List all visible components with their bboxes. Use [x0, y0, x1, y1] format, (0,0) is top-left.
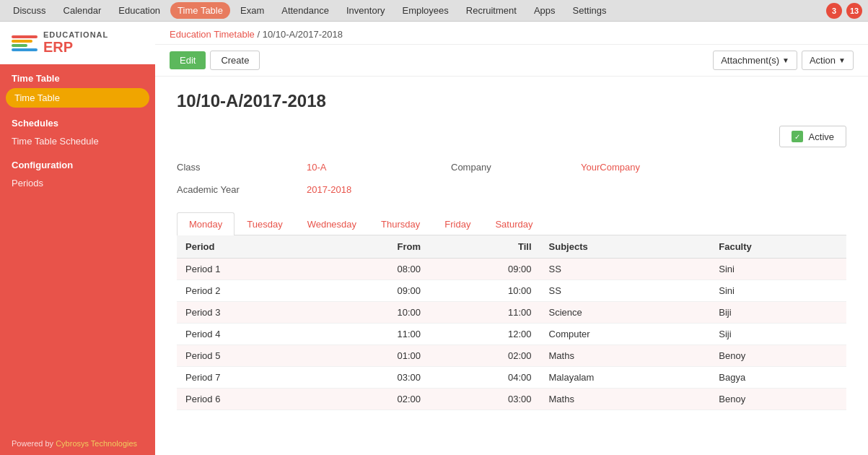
cell-till: 12:00: [429, 324, 540, 345]
table-row[interactable]: Period 2 09:00 10:00 SS Sini: [177, 280, 846, 302]
cell-faculty: Benoy: [710, 345, 846, 367]
record-form: Class 10-A Company YourCompany Academic …: [177, 159, 846, 198]
tab-friday[interactable]: Friday: [432, 212, 483, 235]
class-value[interactable]: 10-A: [307, 159, 451, 176]
breadcrumb-parent[interactable]: Education Timetable: [170, 29, 255, 40]
cell-faculty: Benoy: [710, 389, 846, 410]
page-title: 10/10-A/2017-2018: [177, 91, 846, 111]
tab-monday[interactable]: Monday: [177, 212, 234, 235]
cell-subject: Maths: [540, 389, 711, 410]
table-row[interactable]: Period 3 10:00 11:00 Science Biji: [177, 302, 846, 324]
tab-saturday[interactable]: Saturday: [483, 212, 545, 235]
nav-item-discuss[interactable]: Discuss: [6, 2, 53, 19]
cell-till: 10:00: [429, 280, 540, 302]
logo-area: EDUCATIONAL ERP: [0, 22, 155, 64]
attachments-caret: ▼: [782, 56, 789, 64]
activity-badge[interactable]: 13: [846, 3, 862, 19]
cell-subject: Computer: [540, 324, 711, 345]
sidebar-section-timetable: Time Table: [0, 64, 155, 87]
tab-wednesday[interactable]: Wednesday: [295, 212, 369, 235]
cell-till: 02:00: [429, 345, 540, 367]
cell-period: Period 7: [177, 367, 319, 389]
tab-tuesday[interactable]: Tuesday: [234, 212, 294, 235]
nav-right: 3 13: [826, 3, 862, 19]
cell-period: Period 5: [177, 345, 319, 367]
class-label: Class: [177, 159, 307, 176]
cell-period: Period 2: [177, 280, 319, 302]
cell-faculty: Bagya: [710, 367, 846, 389]
nav-item-exam[interactable]: Exam: [233, 2, 271, 19]
cell-from: 03:00: [319, 367, 429, 389]
cell-subject: Malayalam: [540, 367, 711, 389]
sidebar-footer: Powered by Cybrosys Technologies: [0, 432, 155, 455]
nav-item-apps[interactable]: Apps: [527, 2, 563, 19]
nav-item-calendar[interactable]: Calendar: [56, 2, 109, 19]
table-row[interactable]: Period 1 08:00 09:00 SS Sini: [177, 259, 846, 280]
company-label: Company: [451, 159, 581, 176]
action-button[interactable]: Action ▼: [802, 51, 854, 70]
cell-faculty: Sini: [710, 280, 846, 302]
logo-text: EDUCATIONAL ERP: [43, 30, 108, 56]
cell-from: 08:00: [319, 259, 429, 280]
active-badge[interactable]: ✓ Active: [779, 126, 846, 147]
sidebar-item-timetable-schedule[interactable]: Time Table Schedule: [0, 131, 155, 151]
cell-subject: Maths: [540, 345, 711, 367]
breadcrumb: Education Timetable / 10/10-A/2017-2018: [155, 22, 868, 45]
schedule-table: Period From Till Subjects Faculty Period…: [177, 235, 846, 410]
cell-till: 03:00: [429, 389, 540, 410]
cell-from: 01:00: [319, 345, 429, 367]
table-row[interactable]: Period 7 03:00 04:00 Malayalam Bagya: [177, 367, 846, 389]
table-row[interactable]: Period 4 11:00 12:00 Computer Siji: [177, 324, 846, 345]
active-label: Active: [809, 131, 834, 142]
cell-from: 02:00: [319, 389, 429, 410]
main-content: Education Timetable / 10/10-A/2017-2018 …: [155, 22, 868, 455]
nav-item-attendance[interactable]: Attendance: [274, 2, 336, 19]
cell-period: Period 4: [177, 324, 319, 345]
sidebar-section-schedules: Schedules: [0, 109, 155, 131]
sidebar-section-configuration: Configuration: [0, 151, 155, 173]
sidebar-item-timetable[interactable]: Time Table: [6, 88, 149, 108]
sidebar-item-periods[interactable]: Periods: [0, 173, 155, 193]
nav-item-education[interactable]: Education: [111, 2, 167, 19]
edit-button[interactable]: Edit: [170, 51, 206, 69]
cybrosys-link[interactable]: Cybrosys Technologies: [56, 439, 137, 448]
cell-subject: SS: [540, 280, 711, 302]
cell-till: 09:00: [429, 259, 540, 280]
academic-year-label: Academic Year: [177, 181, 307, 198]
logo-icon: [12, 35, 38, 51]
nav-item-recruitment[interactable]: Recruitment: [459, 2, 524, 19]
action-caret: ▼: [838, 56, 846, 64]
table-row[interactable]: Period 6 02:00 03:00 Maths Benoy: [177, 389, 846, 410]
tab-thursday[interactable]: Thursday: [369, 212, 432, 235]
cell-faculty: Sini: [710, 259, 846, 280]
cell-period: Period 1: [177, 259, 319, 280]
day-tabs: Monday Tuesday Wednesday Thursday Friday…: [177, 212, 846, 235]
breadcrumb-current: 10/10-A/2017-2018: [263, 29, 343, 40]
col-faculty: Faculty: [710, 235, 846, 259]
col-period: Period: [177, 235, 319, 259]
create-button[interactable]: Create: [210, 51, 260, 70]
nav-item-employees[interactable]: Employees: [395, 2, 455, 19]
cell-subject: Science: [540, 302, 711, 324]
cell-till: 11:00: [429, 302, 540, 324]
cell-period: Period 3: [177, 302, 319, 324]
col-till: Till: [429, 235, 540, 259]
company-value[interactable]: YourCompany: [581, 159, 725, 176]
cell-from: 09:00: [319, 280, 429, 302]
messages-badge[interactable]: 3: [826, 3, 842, 19]
nav-item-settings[interactable]: Settings: [566, 2, 614, 19]
cell-faculty: Biji: [710, 302, 846, 324]
cell-faculty: Siji: [710, 324, 846, 345]
attachments-button[interactable]: Attachment(s) ▼: [713, 51, 797, 70]
record-content: 10/10-A/2017-2018 ✓ Active Class 10-A Co…: [155, 77, 868, 455]
cell-from: 10:00: [319, 302, 429, 324]
table-row[interactable]: Period 5 01:00 02:00 Maths Benoy: [177, 345, 846, 367]
col-subjects: Subjects: [540, 235, 711, 259]
cell-subject: SS: [540, 259, 711, 280]
active-badge-area: ✓ Active: [177, 126, 846, 147]
nav-item-timetable[interactable]: Time Table: [170, 2, 230, 19]
cell-from: 11:00: [319, 324, 429, 345]
nav-item-inventory[interactable]: Inventory: [339, 2, 392, 19]
toolbar: Edit Create Attachment(s) ▼ Action ▼: [155, 45, 868, 77]
academic-year-value[interactable]: 2017-2018: [307, 181, 451, 198]
